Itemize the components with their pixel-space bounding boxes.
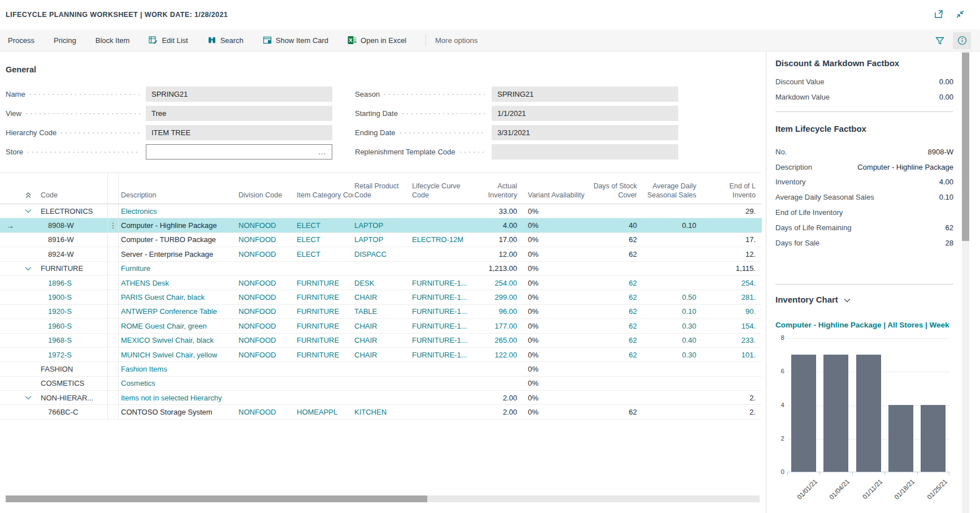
column-header-actual-inventory[interactable]: Actual Inventory — [470, 182, 526, 204]
column-header-lifecycle-curve[interactable]: Lifecycle Curve Code — [411, 182, 470, 204]
table-row[interactable]: 1972-SMUNICH Swivel Chair, yellowNONFOOD… — [0, 348, 762, 362]
division-code-cell[interactable]: NONFOOD — [237, 351, 296, 359]
avg-daily-seasonal-sales-cell[interactable]: 0.30 — [640, 322, 700, 330]
toolbar-button-search[interactable]: Search — [207, 36, 244, 45]
field-input[interactable]: SPRING21 — [492, 87, 678, 102]
division-code-cell[interactable]: NONFOOD — [237, 235, 296, 244]
avg-daily-seasonal-sales-cell[interactable]: 0.50 — [640, 293, 700, 301]
table-row[interactable]: ELECTRONICSElectronics33.000%29. — [0, 204, 762, 218]
toolbar-button-block-item[interactable]: Block Item — [96, 36, 130, 45]
info-button[interactable] — [953, 32, 971, 49]
description-cell[interactable]: ATHENS Desk — [119, 279, 237, 287]
collapse-icon[interactable] — [955, 9, 965, 19]
description-cell[interactable]: ANTWERP Conference Table — [119, 307, 237, 316]
collapse-all-button[interactable] — [20, 192, 36, 204]
retail-product-code-cell[interactable]: LAPTOP — [353, 235, 411, 244]
table-row[interactable]: 8924-WServer - Enterprise PackageNONFOOD… — [0, 247, 762, 261]
lifecycle-curve-code-cell[interactable]: FURNITURE-1... — [411, 279, 470, 287]
table-row[interactable]: NON-HIERAR...Items not in selected Hiera… — [0, 391, 762, 405]
end-of-life-inventory-cell[interactable]: 101. — [700, 351, 762, 359]
inventory-chart-section-header[interactable]: Inventory Chart — [775, 295, 953, 304]
field-input[interactable]: ITEM TREE — [146, 125, 332, 140]
column-header-retail-product[interactable]: Retail Product Code — [353, 182, 411, 204]
code-cell[interactable]: 1900-S — [36, 293, 107, 301]
division-code-cell[interactable]: NONFOOD — [237, 293, 296, 301]
table-row[interactable]: 1960-SROME Guest Chair, greenNONFOODFURN… — [0, 319, 762, 333]
table-row[interactable]: COSMETICSCosmetics0% — [0, 377, 762, 391]
days-stock-cover-cell[interactable]: 62 — [584, 351, 640, 359]
item-category-code-cell[interactable]: HOMEAPPL — [296, 408, 353, 416]
table-row[interactable]: 1900-SPARIS Guest Chair, blackNONFOODFUR… — [0, 290, 762, 304]
actual-inventory-cell[interactable]: 254.00 — [470, 279, 526, 287]
field-input[interactable]: 3/31/2021 — [492, 125, 678, 140]
days-stock-cover-cell[interactable]: 62 — [584, 307, 640, 316]
table-row[interactable]: →8908-W⋮Computer - Highline PackageNONFO… — [0, 218, 762, 232]
item-category-code-cell[interactable]: FURNITURE — [296, 336, 353, 344]
actual-inventory-cell[interactable]: 265.00 — [470, 336, 526, 344]
description-cell[interactable]: PARIS Guest Chair, black — [119, 293, 237, 301]
column-header-variant-availability[interactable]: Variant Availability — [526, 191, 584, 204]
division-code-cell[interactable]: NONFOOD — [237, 307, 296, 316]
description-cell[interactable]: Cosmetics — [119, 379, 237, 387]
column-header-item-category[interactable]: Item Category Code — [296, 191, 353, 204]
description-cell[interactable]: MEXICO Swivel Chair, black — [119, 336, 237, 344]
toolbar-button-edit-list[interactable]: Edit List — [149, 36, 188, 45]
field-input[interactable]: Tree — [146, 106, 332, 121]
lifecycle-curve-code-cell[interactable]: ELECTRO-12M — [411, 235, 470, 244]
toolbar-button-pricing[interactable]: Pricing — [54, 36, 76, 45]
assist-edit-button[interactable]: ... — [318, 148, 326, 156]
description-cell[interactable]: ROME Guest Chair, green — [119, 322, 237, 330]
column-header-code[interactable]: Code — [36, 191, 107, 204]
description-cell[interactable]: Fashion Items — [119, 365, 237, 373]
item-category-code-cell[interactable]: ELECT — [296, 250, 353, 258]
column-header-division[interactable]: Division Code — [237, 191, 296, 204]
retail-product-code-cell[interactable]: KITCHEN — [353, 408, 411, 416]
item-category-code-cell[interactable]: FURNITURE — [296, 293, 353, 301]
table-row[interactable]: FURNITUREFurniture1,213.000%1,115. — [0, 262, 762, 276]
toolbar-button-show-item-card[interactable]: Show Item Card — [263, 36, 328, 45]
item-category-code-cell[interactable]: FURNITURE — [296, 279, 353, 287]
field-input[interactable]: SPRING21 — [146, 87, 332, 102]
retail-product-code-cell[interactable]: DISPACC — [353, 250, 411, 258]
table-row[interactable]: 1896-SATHENS DeskNONFOODFURNITUREDESKFUR… — [0, 276, 762, 290]
end-of-life-inventory-cell[interactable]: 254. — [700, 279, 762, 287]
actual-inventory-cell[interactable]: 96.00 — [470, 307, 526, 316]
field-input[interactable]: 1/1/2021 — [492, 106, 678, 121]
code-cell[interactable]: 1968-S — [36, 336, 107, 344]
item-category-code-cell[interactable]: FURNITURE — [296, 351, 353, 359]
table-row[interactable]: 8916-WComputer - TURBO PackageNONFOODELE… — [0, 233, 762, 247]
days-stock-cover-cell[interactable]: 62 — [584, 336, 640, 344]
lifecycle-curve-code-cell[interactable]: FURNITURE-1... — [411, 351, 470, 359]
description-cell[interactable]: MUNICH Swivel Chair, yellow — [119, 351, 237, 359]
division-code-cell[interactable]: NONFOOD — [237, 408, 296, 416]
vertical-scrollbar-thumb[interactable] — [962, 53, 969, 241]
table-row[interactable]: 766BC-CCONTOSO Storage SystemNONFOODHOME… — [0, 405, 762, 419]
row-options-button[interactable]: ⋮ — [107, 218, 119, 232]
code-cell[interactable]: 1920-S — [36, 307, 107, 316]
lifecycle-curve-code-cell[interactable]: FURNITURE-1... — [411, 336, 470, 344]
lifecycle-curve-code-cell[interactable]: FURNITURE-1... — [411, 293, 470, 301]
field-input[interactable] — [492, 144, 678, 159]
days-stock-cover-cell[interactable]: 62 — [584, 279, 640, 287]
table-row[interactable]: 1968-SMEXICO Swivel Chair, blackNONFOODF… — [0, 334, 762, 348]
popout-icon[interactable] — [934, 9, 944, 19]
retail-product-code-cell[interactable]: LAPTOP — [353, 221, 411, 230]
end-of-life-inventory-cell[interactable]: 154. — [700, 322, 762, 330]
actual-inventory-cell[interactable]: 177.00 — [470, 322, 526, 330]
toolbar-button-process[interactable]: Process — [8, 36, 34, 45]
description-cell[interactable]: Furniture — [119, 264, 237, 273]
item-category-code-cell[interactable]: FURNITURE — [296, 322, 353, 330]
end-of-life-inventory-cell[interactable]: 233. — [700, 336, 762, 344]
retail-product-code-cell[interactable]: CHAIR — [353, 336, 411, 344]
row-expand-toggle[interactable] — [20, 395, 36, 400]
days-stock-cover-cell[interactable]: 62 — [584, 293, 640, 301]
end-of-life-inventory-cell[interactable]: 281. — [700, 293, 762, 301]
column-header-avg-daily-seasonal-sales[interactable]: Average Daily Seasonal Sales — [640, 182, 700, 204]
avg-daily-seasonal-sales-cell[interactable]: 0.30 — [640, 351, 700, 359]
column-header-end-of-life-inventory[interactable]: End of L Invento — [700, 182, 762, 204]
division-code-cell[interactable]: NONFOOD — [237, 250, 296, 258]
retail-product-code-cell[interactable]: CHAIR — [353, 351, 411, 359]
table-row[interactable]: FASHIONFashion Items0% — [0, 362, 762, 376]
toolbar-button-open-in-excel[interactable]: Open in Excel — [348, 36, 406, 45]
item-category-code-cell[interactable]: ELECT — [296, 221, 353, 230]
